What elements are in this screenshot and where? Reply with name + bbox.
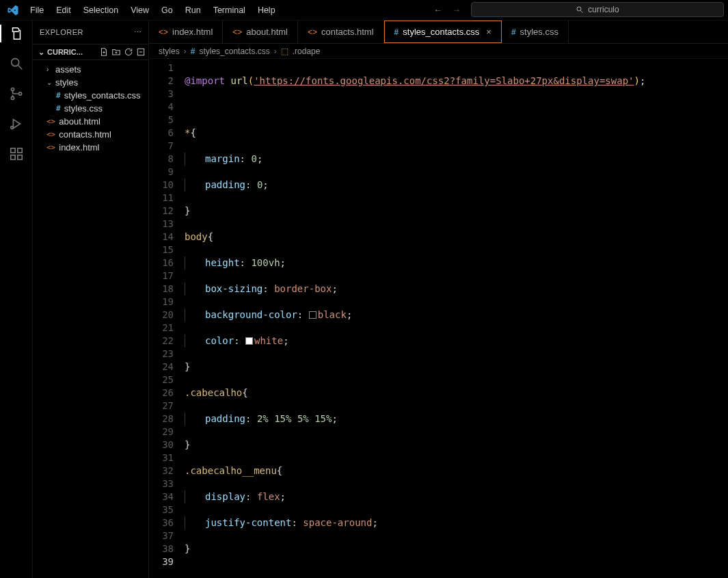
line-gutter: 1234567891011121314151617181920212223242… [149,59,182,578]
menu-terminal[interactable]: Terminal [208,3,251,18]
tree-label: assets [55,64,81,75]
menu-help[interactable]: Help [252,3,281,18]
tab-contacts-html[interactable]: <>contacts.html [298,21,384,43]
html-file-icon: <> [308,27,317,37]
code-content[interactable]: @import url('https://fonts.googleapis.co… [182,59,728,578]
svg-point-7 [10,127,13,129]
tree-label: index.html [59,142,99,153]
tree-file[interactable]: <>index.html [33,141,148,154]
menubar: File Edit Selection View Go Run Terminal… [0,0,728,21]
explorer-title: EXPLORER [40,28,83,36]
run-debug-icon[interactable] [8,115,25,133]
svg-rect-8 [10,148,14,153]
svg-point-0 [577,7,581,11]
tree-file[interactable]: <>about.html [33,115,148,128]
tree-label: contacts.html [59,129,111,140]
css-file-icon: # [191,47,196,56]
search-icon [576,5,584,14]
css-file-icon: # [56,91,61,100]
menu-selection[interactable]: Selection [78,3,124,18]
nav-arrows: ← → [431,3,463,16]
tree-label: styles_contacts.css [64,90,141,101]
tree-folder[interactable]: ›assets [33,63,148,76]
code-editor[interactable]: 1234567891011121314151617181920212223242… [149,59,728,578]
tree-label: about.html [59,116,100,127]
html-file-icon: <> [46,143,55,152]
breadcrumb-segment[interactable]: .rodape [293,47,321,56]
source-control-icon[interactable] [8,85,25,103]
symbol-icon: ⬚ [281,47,288,56]
new-folder-icon[interactable] [111,47,121,57]
chevron-right-icon: › [46,66,52,73]
svg-line-1 [581,11,583,13]
menu-go[interactable]: Go [156,3,178,18]
explorer-panel: EXPLORER ⋯ ⌄ CURRIC... ›assets ⌄styles #… [33,21,149,578]
collapse-icon[interactable] [136,47,146,57]
tab-close-icon[interactable]: × [486,27,491,37]
tab-label: styles.css [520,27,558,37]
file-tree: ›assets ⌄styles #styles_contacts.css #st… [33,60,148,157]
svg-rect-9 [10,155,14,159]
svg-point-6 [18,92,21,95]
nav-forward-icon[interactable]: → [449,3,463,16]
tab-styles-contacts-css[interactable]: #styles_contacts.css× [384,21,502,43]
tab-label: styles_contacts.css [403,27,479,37]
editor-tabs: <>index.html <>about.html <>contacts.htm… [149,21,728,44]
css-file-icon: # [511,27,516,37]
tab-styles-css[interactable]: #styles.css [502,21,569,43]
tree-label: styles.css [64,103,103,114]
search-activity-icon[interactable] [8,55,25,73]
explorer-more-icon[interactable]: ⋯ [134,28,142,37]
tree-file[interactable]: <>contacts.html [33,128,148,141]
vscode-logo-icon [7,4,19,16]
css-value: 2% 15% 5% 15% [257,413,332,424]
html-file-icon: <> [232,27,242,37]
svg-point-5 [11,96,14,99]
nav-back-icon[interactable]: ← [431,3,445,16]
svg-rect-10 [17,155,21,159]
tab-label: about.html [246,27,288,37]
tree-file[interactable]: #styles.css [33,102,148,115]
svg-point-2 [11,59,18,66]
menu-run[interactable]: Run [180,3,206,18]
svg-line-3 [18,66,22,70]
menu-file[interactable]: File [25,3,49,18]
explorer-icon[interactable] [8,25,25,42]
search-text: curriculo [588,5,619,14]
tab-label: contacts.html [321,27,374,37]
tree-file[interactable]: #styles_contacts.css [33,89,148,102]
html-file-icon: <> [46,117,55,126]
import-url: 'https://fonts.googleapis.com/css2?famil… [254,75,634,86]
svg-rect-11 [17,148,21,153]
chevron-down-icon: ⌄ [46,79,52,86]
project-header[interactable]: ⌄ CURRIC... [33,44,148,60]
breadcrumb-segment[interactable]: styles [159,47,180,56]
tree-folder[interactable]: ⌄styles [33,76,148,89]
menu-edit[interactable]: Edit [51,3,77,18]
tab-label: index.html [172,27,213,37]
css-file-icon: # [56,104,61,113]
color-swatch-icon [245,337,253,345]
refresh-icon[interactable] [124,47,133,57]
css-file-icon: # [394,27,399,37]
new-file-icon[interactable] [99,47,109,57]
breadcrumb-segment[interactable]: styles_contacts.css [199,47,269,56]
html-file-icon: <> [46,130,55,139]
tab-index-html[interactable]: <>index.html [149,21,223,43]
activity-bar [0,21,33,578]
tree-label: styles [55,77,78,88]
tab-about-html[interactable]: <>about.html [223,21,298,43]
extensions-icon[interactable] [8,145,25,163]
html-file-icon: <> [159,27,168,37]
menu-view[interactable]: View [125,3,154,18]
breadcrumb[interactable]: styles› # styles_contacts.css› ⬚ .rodape [149,44,728,59]
editor-area: <>index.html <>about.html <>contacts.htm… [149,21,728,578]
project-name: CURRIC... [47,48,96,56]
chevron-down-icon: ⌄ [38,48,44,57]
svg-point-4 [11,88,14,90]
color-swatch-icon [309,311,316,319]
command-center-search[interactable]: curriculo [471,2,724,17]
